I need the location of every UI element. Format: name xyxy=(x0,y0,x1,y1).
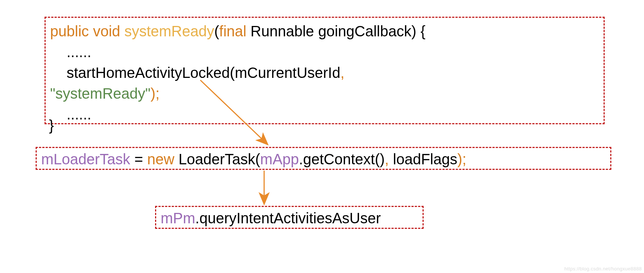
close-call: ); xyxy=(457,151,466,167)
ctor-open: LoaderTask( xyxy=(174,151,260,167)
keyword-public: public xyxy=(50,23,89,39)
dots: ...... xyxy=(66,106,91,122)
comma: , xyxy=(340,65,344,81)
var-mapp: mApp xyxy=(260,151,299,167)
getcontext-call: .getContext() xyxy=(299,151,385,167)
keyword-final: final xyxy=(219,23,246,39)
equals: = xyxy=(130,151,147,167)
string-literal: "systemReady" xyxy=(50,85,151,102)
comma: , xyxy=(385,151,389,167)
code-box-loader-task: mLoaderTask = new LoaderTask(mApp.getCon… xyxy=(36,147,611,170)
code-line-mpm: mPm.queryIntentActivitiesAsUser xyxy=(161,208,418,228)
method-name: systemReady xyxy=(124,23,214,39)
query-call: .queryIntentActivitiesAsUser xyxy=(195,210,381,226)
paren-open: ( xyxy=(214,23,219,39)
code-line-2: ...... xyxy=(50,42,599,62)
var-mloadertask: mLoaderTask xyxy=(41,151,130,167)
arg-loadflags: loadFlags xyxy=(389,151,457,167)
watermark-text: https://blog.csdn.net/hongxue8888 xyxy=(564,266,642,272)
keyword-void: void xyxy=(93,23,120,39)
brace-open: { xyxy=(420,23,425,39)
close-call: ); xyxy=(151,85,160,102)
brace-close: } xyxy=(49,117,54,134)
var-mpm: mPm xyxy=(161,210,195,226)
code-box-mpm-query: mPm.queryIntentActivitiesAsUser xyxy=(155,206,424,229)
call-start: startHomeActivityLocked(mCurrentUserId xyxy=(66,65,340,81)
code-box-system-ready: public void systemReady(final Runnable g… xyxy=(45,17,605,124)
code-line-5: ...... xyxy=(50,104,599,125)
dots: ...... xyxy=(66,44,91,60)
param-type: Runnable xyxy=(250,23,314,39)
code-line-4: "systemReady"); xyxy=(50,83,599,104)
paren-close: ) xyxy=(411,23,416,39)
keyword-new: new xyxy=(147,151,174,167)
code-line-loader: mLoaderTask = new LoaderTask(mApp.getCon… xyxy=(41,149,606,170)
code-line-1: public void systemReady(final Runnable g… xyxy=(50,21,599,42)
param-name: goingCallback xyxy=(318,23,411,39)
code-line-3: startHomeActivityLocked(mCurrentUserId, xyxy=(50,62,599,83)
